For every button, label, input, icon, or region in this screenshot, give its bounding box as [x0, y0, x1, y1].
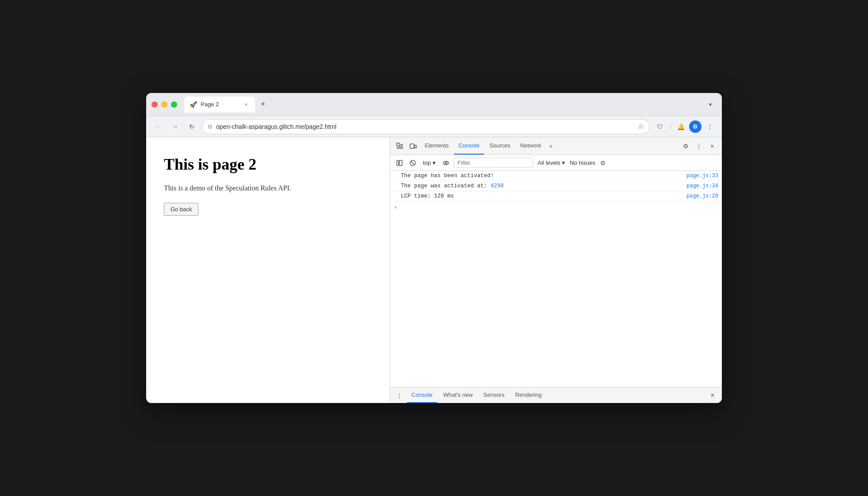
main-content: This is page 2 This is a demo of the Spe… — [146, 137, 722, 403]
console-settings-button[interactable]: ⚙ — [597, 157, 608, 169]
tab-title: Page 2 — [201, 101, 239, 108]
console-context-arrow-icon: ▾ — [433, 159, 436, 166]
console-line-2-number: 4298 — [491, 183, 504, 189]
console-line-2: The page was activated at: 4298 page.js:… — [390, 181, 722, 191]
devtools-tab-bar: Elements Console Sources Network » ⚙ ⋮ × — [390, 137, 722, 155]
svg-line-10 — [411, 161, 415, 165]
tab-console[interactable]: Console — [454, 137, 484, 155]
bottom-tab-rendering[interactable]: Rendering — [511, 388, 546, 403]
chrome-menu-button[interactable]: ⋮ — [703, 120, 717, 133]
console-line-3-text: LCP time: 128 ms — [401, 193, 683, 199]
url-text: open-chalk-asparagus.glitch.me/page2.htm… — [216, 123, 634, 130]
console-sidebar-button[interactable] — [394, 157, 405, 169]
devtools-bottom-bar: ⋮ Console What's new Sensors Rendering × — [390, 387, 722, 403]
console-line-3-source[interactable]: page.js:20 — [686, 193, 718, 199]
svg-rect-5 — [410, 144, 414, 148]
svg-point-11 — [443, 161, 449, 165]
inspect-element-button[interactable] — [394, 140, 406, 152]
tab-elements[interactable]: Elements — [420, 137, 453, 155]
nav-separator — [670, 122, 670, 131]
console-chevron-icon: › — [394, 204, 397, 211]
console-cursor-line[interactable]: › — [390, 202, 722, 213]
devtools-notification-button[interactable]: 🔔 — [674, 120, 687, 133]
profile-button[interactable]: B — [689, 120, 701, 133]
bookmark-star-icon[interactable]: ☆ — [638, 122, 644, 131]
minimize-window-button[interactable] — [161, 101, 167, 108]
title-bar: 🚀 Page 2 × + ▾ — [146, 93, 722, 116]
svg-rect-8 — [399, 160, 402, 166]
console-line-1: The page has been activated! page.js:33 — [390, 171, 722, 181]
console-levels-label: All levels — [538, 159, 560, 166]
devtools-more-button[interactable]: ⋮ — [693, 140, 705, 152]
nav-actions: 🛡 🔔 B ⋮ — [653, 120, 717, 133]
console-context-label: top — [423, 159, 431, 166]
console-line-2-source[interactable]: page.js:34 — [686, 183, 718, 189]
console-context-selector[interactable]: top ▾ — [420, 159, 438, 167]
nav-bar: ← → ↻ ⊙ open-chalk-asparagus.glitch.me/p… — [146, 116, 722, 137]
page-heading: This is page 2 — [164, 155, 372, 174]
maximize-window-button[interactable] — [171, 101, 177, 108]
page-content: This is page 2 This is a demo of the Spe… — [146, 137, 390, 403]
page-description: This is a demo of the Speculation Rules … — [164, 184, 372, 192]
tab-network[interactable]: Network — [516, 137, 546, 155]
bottom-tab-sensors[interactable]: Sensors — [479, 388, 509, 403]
close-window-button[interactable] — [151, 101, 158, 108]
console-line-2-text: The page was activated at: 4298 — [401, 183, 683, 189]
console-levels-arrow-icon: ▾ — [562, 159, 565, 166]
svg-point-12 — [445, 162, 447, 164]
bottom-tab-console[interactable]: Console — [407, 388, 437, 403]
devtools-bottom-more-button[interactable]: ⋮ — [394, 390, 405, 401]
console-toolbar: top ▾ All levels ▾ No Issues ⚙ — [390, 155, 722, 171]
console-eye-button[interactable] — [440, 157, 452, 169]
back-button[interactable]: ← — [151, 120, 165, 133]
svg-rect-7 — [397, 160, 399, 166]
address-bar[interactable]: ⊙ open-chalk-asparagus.glitch.me/page2.h… — [202, 119, 650, 134]
console-line-1-text: The page has been activated! — [401, 173, 683, 179]
console-filter-input[interactable] — [453, 158, 533, 168]
security-icon: ⊙ — [208, 123, 213, 130]
bottom-tab-whats-new[interactable]: What's new — [439, 388, 477, 403]
device-toolbar-button[interactable] — [407, 140, 419, 152]
go-back-button[interactable]: Go back — [164, 203, 198, 216]
traffic-lights — [151, 101, 177, 108]
more-devtools-tabs-button[interactable]: » — [546, 141, 555, 151]
forward-button[interactable]: → — [168, 120, 182, 133]
svg-rect-6 — [415, 145, 416, 148]
devtools-close-button[interactable]: × — [706, 140, 718, 152]
svg-rect-0 — [397, 143, 399, 146]
devtools-bottom-close-button[interactable]: × — [707, 390, 718, 401]
new-tab-button[interactable]: + — [257, 98, 269, 111]
devtools-settings-button[interactable]: ⚙ — [679, 140, 692, 152]
tab-area: 🚀 Page 2 × + — [184, 97, 701, 112]
active-tab[interactable]: 🚀 Page 2 × — [184, 97, 255, 112]
console-output: The page has been activated! page.js:33 … — [390, 171, 722, 387]
tab-dropdown-button[interactable]: ▾ — [704, 98, 717, 111]
extension-button[interactable]: 🛡 — [653, 120, 666, 133]
tab-favicon-icon: 🚀 — [190, 101, 197, 108]
console-no-issues-label: No Issues — [570, 159, 595, 166]
console-line-1-source[interactable]: page.js:33 — [686, 173, 718, 179]
console-levels-selector[interactable]: All levels ▾ — [535, 159, 568, 167]
console-line-3: LCP time: 128 ms page.js:20 — [390, 191, 722, 202]
tab-sources[interactable]: Sources — [485, 137, 515, 155]
reload-button[interactable]: ↻ — [185, 120, 198, 133]
browser-window: 🚀 Page 2 × + ▾ ← → ↻ ⊙ open-chalk-aspara… — [146, 93, 722, 403]
devtools-panel: Elements Console Sources Network » ⚙ ⋮ × — [390, 137, 722, 403]
tab-close-button[interactable]: × — [243, 101, 250, 108]
clear-console-button[interactable] — [407, 157, 418, 169]
